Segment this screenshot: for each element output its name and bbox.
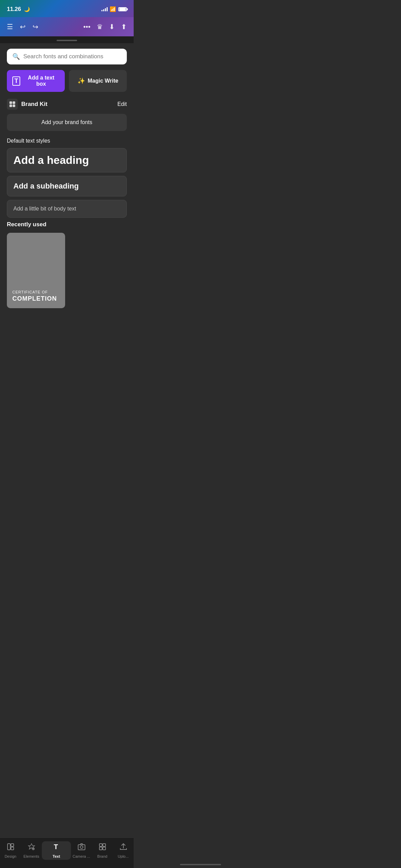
undo-icon[interactable]: ↩	[20, 23, 26, 31]
heading-text: Add a heading	[13, 154, 89, 166]
signal-bar-1	[101, 10, 102, 11]
signal-bar-2	[103, 9, 104, 11]
body-text: Add a little bit of body text	[13, 206, 76, 212]
battery-icon	[118, 7, 127, 11]
brand-kit-left: Brand Kit	[7, 99, 48, 110]
signal-bar-4	[107, 7, 108, 11]
brand-kit-icon	[7, 99, 18, 110]
recent-card-text: CERTIFICATE OF COMPLETION	[12, 290, 57, 303]
status-time-area: 11.26 🌙	[7, 6, 30, 13]
brand-kit-svg-icon	[9, 101, 16, 108]
handle-bar-area	[0, 36, 134, 43]
svg-rect-1	[13, 101, 15, 104]
svg-rect-2	[10, 105, 12, 107]
status-icons: 📶	[101, 6, 127, 12]
magic-write-icon: ✨	[77, 77, 85, 85]
battery-fill	[119, 8, 126, 11]
textbox-icon: T	[12, 76, 20, 86]
svg-rect-0	[10, 101, 12, 104]
heading-style-item[interactable]: Add a heading	[7, 148, 127, 172]
recent-card[interactable]: CERTIFICATE OF COMPLETION	[7, 233, 65, 308]
add-brand-fonts-button[interactable]: Add your brand fonts	[7, 114, 127, 131]
search-icon: 🔍	[12, 53, 20, 60]
toolbar-left: ☰ ↩ ↪	[7, 23, 38, 31]
redo-icon[interactable]: ↪	[33, 23, 38, 31]
wifi-icon: 📶	[110, 6, 116, 12]
subheading-text: Add a subheading	[13, 182, 79, 190]
toolbar-right: ••• ♛ ⬇ ⬆	[83, 23, 127, 31]
magic-write-label: Magic Write	[88, 78, 119, 84]
crown-icon[interactable]: ♛	[97, 23, 103, 31]
body-style-item[interactable]: Add a little bit of body text	[7, 200, 127, 218]
signal-bar-3	[105, 8, 106, 11]
signal-bars-icon	[101, 7, 108, 11]
magic-write-button[interactable]: ✨ Magic Write	[69, 70, 127, 92]
status-bar: 11.26 🌙 📶	[0, 0, 134, 17]
default-text-styles-label: Default text styles	[7, 138, 127, 144]
share-icon[interactable]: ⬆	[121, 23, 127, 31]
main-panel: 🔍 T Add a text box ✨ Magic Write Brand K…	[0, 43, 134, 342]
download-icon[interactable]: ⬇	[109, 23, 115, 31]
add-textbox-button[interactable]: T Add a text box	[7, 70, 65, 92]
moon-icon: 🌙	[24, 7, 30, 12]
brand-kit-label: Brand Kit	[21, 101, 48, 108]
status-time: 11.26	[7, 6, 21, 12]
search-bar[interactable]: 🔍	[7, 49, 127, 64]
brand-kit-header: Brand Kit Edit	[7, 99, 127, 110]
svg-rect-3	[13, 105, 15, 107]
recent-card-title: CERTIFICATE OF	[12, 290, 57, 294]
menu-icon[interactable]: ☰	[7, 23, 13, 31]
toolbar: ☰ ↩ ↪ ••• ♛ ⬇ ⬆	[0, 17, 134, 36]
brand-kit-edit-button[interactable]: Edit	[117, 101, 127, 107]
recent-card-subtitle: COMPLETION	[12, 295, 57, 303]
add-textbox-label: Add a text box	[23, 75, 59, 87]
action-buttons: T Add a text box ✨ Magic Write	[7, 70, 127, 92]
search-input[interactable]	[23, 53, 121, 60]
subheading-style-item[interactable]: Add a subheading	[7, 176, 127, 196]
drag-handle[interactable]	[57, 40, 77, 41]
more-icon[interactable]: •••	[83, 23, 90, 31]
recently-used-label: Recently used	[7, 221, 127, 228]
